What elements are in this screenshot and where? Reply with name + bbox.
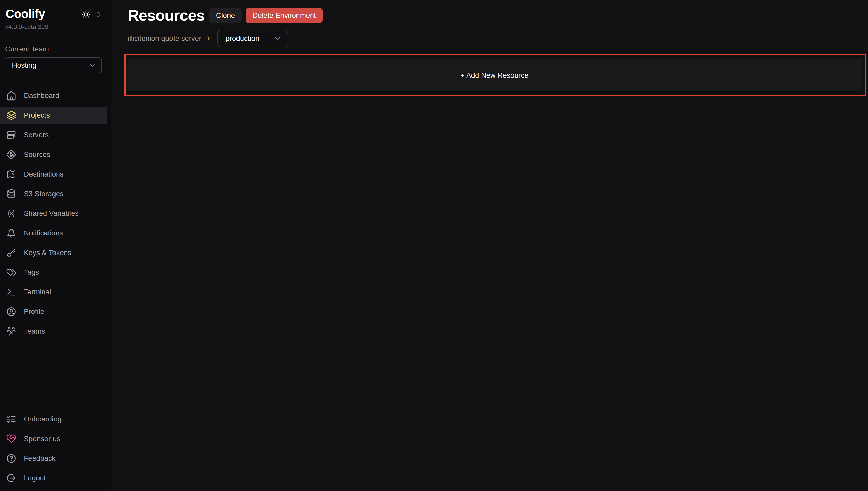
breadcrumb: illicitonion quote server production [112, 23, 868, 47]
clone-button[interactable]: Clone [209, 8, 242, 23]
sidebar-item-sources[interactable]: Sources [0, 146, 107, 163]
sidebar-item-label: Sponsor us [24, 435, 60, 443]
current-team-label: Current Team [5, 45, 111, 53]
sidebar-item-label: Tags [24, 268, 39, 277]
sidebar-item-s3-storages[interactable]: S3 Storages [0, 185, 107, 202]
sidebar-item-destinations[interactable]: Destinations [0, 166, 107, 182]
app-logo: Coolify [6, 7, 45, 21]
sidebar-item-teams[interactable]: Teams [0, 323, 107, 340]
sidebar-item-onboarding[interactable]: Onboarding [0, 411, 107, 427]
sidebar-item-label: S3 Storages [24, 190, 63, 198]
user-circle-icon [6, 307, 17, 317]
sidebar-item-servers[interactable]: Servers [0, 126, 107, 143]
sidebar-item-label: Servers [24, 131, 49, 139]
logo-row: Coolify [0, 0, 111, 21]
sidebar-item-label: Projects [24, 111, 50, 119]
tags-icon [6, 267, 17, 278]
page-header: Resources Clone Delete Environment [112, 0, 868, 23]
sidebar-item-label: Logout [24, 474, 46, 482]
bell-icon [6, 228, 17, 238]
breadcrumb-project-link[interactable]: illicitonion quote server [128, 34, 202, 42]
database-icon [6, 189, 17, 199]
chevrons-up-down-icon[interactable] [95, 11, 102, 18]
heart-handshake-icon [6, 434, 17, 444]
sidebar-footer-nav: Onboarding Sponsor us Feedback [0, 411, 111, 491]
sun-icon[interactable] [81, 10, 91, 19]
sidebar-item-label: Teams [24, 327, 45, 336]
sidebar-item-notifications[interactable]: Notifications [0, 225, 107, 241]
variable-icon [6, 208, 17, 219]
sidebar-item-label: Onboarding [24, 415, 61, 423]
sidebar-item-keys-tokens[interactable]: Keys & Tokens [0, 244, 107, 261]
sidebar-item-label: Feedback [24, 454, 56, 463]
delete-environment-button[interactable]: Delete Environment [246, 8, 323, 23]
add-new-resource-button[interactable]: + Add New Resource [126, 59, 862, 92]
sidebar-item-tags[interactable]: Tags [0, 264, 107, 281]
chevron-right-icon [205, 35, 212, 42]
chevron-down-icon [274, 35, 281, 42]
list-checks-icon [6, 414, 17, 424]
sidebar-item-sponsor-us[interactable]: Sponsor us [0, 431, 107, 447]
sidebar-nav: Dashboard Projects Servers [0, 87, 111, 343]
server-icon [6, 130, 17, 140]
sidebar-item-label: Sources [24, 150, 50, 159]
sidebar-item-label: Terminal [24, 288, 51, 296]
git-diamond-icon [6, 149, 17, 160]
sidebar-item-dashboard[interactable]: Dashboard [0, 87, 107, 104]
key-icon [6, 248, 17, 258]
theme-controls [81, 10, 102, 19]
layers-icon [6, 110, 17, 120]
users-icon [6, 326, 17, 337]
sidebar-item-label: Shared Variables [24, 209, 79, 218]
sidebar-item-projects[interactable]: Projects [0, 107, 107, 123]
sidebar-item-profile[interactable]: Profile [0, 304, 107, 320]
sidebar-item-feedback[interactable]: Feedback [0, 450, 107, 467]
sidebar-item-terminal[interactable]: Terminal [0, 284, 107, 300]
home-icon [6, 90, 17, 101]
sidebar: Coolify v4.0.0-beta.399 Current Team Hos… [0, 0, 111, 491]
environment-select-value: production [226, 34, 259, 42]
sidebar-item-label: Notifications [24, 229, 63, 237]
sidebar-item-label: Keys & Tokens [24, 249, 71, 257]
team-select[interactable]: Hosting [5, 57, 102, 74]
terminal-icon [6, 287, 17, 297]
team-select-value: Hosting [12, 61, 36, 69]
main-content: Resources Clone Delete Environment illic… [112, 0, 868, 491]
help-circle-icon [6, 453, 17, 464]
sidebar-item-label: Destinations [24, 170, 63, 178]
app-version: v4.0.0-beta.399 [0, 23, 111, 30]
sidebar-item-logout[interactable]: Logout [0, 470, 107, 486]
page-title: Resources [128, 8, 205, 23]
sidebar-item-shared-variables[interactable]: Shared Variables [0, 205, 107, 222]
map-x-icon [6, 169, 17, 179]
environment-select[interactable]: production [217, 30, 288, 47]
sidebar-item-label: Dashboard [24, 91, 59, 100]
logout-icon [6, 473, 17, 483]
chevron-down-icon [89, 61, 96, 69]
sidebar-item-label: Profile [24, 308, 44, 316]
